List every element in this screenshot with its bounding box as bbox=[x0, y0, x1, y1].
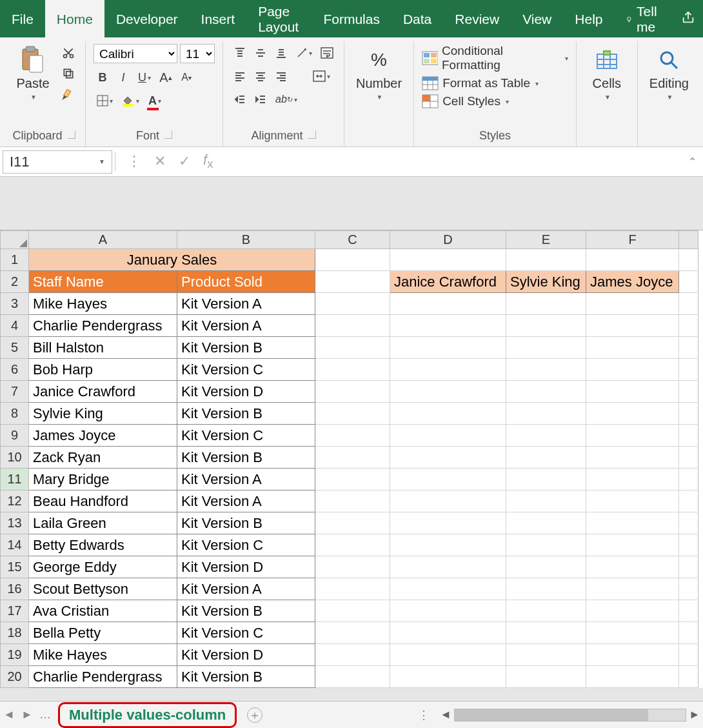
cell[interactable] bbox=[390, 534, 506, 556]
cell[interactable] bbox=[390, 622, 506, 644]
cell-product[interactable]: Kit Version A bbox=[177, 293, 315, 315]
cell-staff[interactable]: Mike Hayes bbox=[29, 293, 177, 315]
cell[interactable] bbox=[586, 556, 679, 578]
cell-product[interactable]: Kit Version C bbox=[177, 622, 315, 644]
cell[interactable] bbox=[586, 381, 679, 403]
cell[interactable] bbox=[390, 359, 506, 381]
row-header[interactable]: 7 bbox=[1, 381, 29, 403]
enter-icon[interactable]: ✓ bbox=[179, 153, 190, 170]
cell-staff[interactable]: Bella Petty bbox=[29, 622, 177, 644]
cell[interactable] bbox=[315, 381, 390, 403]
cell-staff[interactable]: Charlie Pendergrass bbox=[29, 666, 177, 688]
cell[interactable] bbox=[586, 622, 679, 644]
header-product[interactable]: Product Sold bbox=[177, 271, 315, 293]
dialog-launcher-icon[interactable] bbox=[164, 131, 172, 139]
format-as-table-button[interactable]: Format as Table▾ bbox=[422, 76, 568, 90]
cell-staff[interactable]: Bill Halston bbox=[29, 337, 177, 359]
cell[interactable] bbox=[390, 403, 506, 425]
editing-button[interactable]: Editing ▼ bbox=[646, 44, 693, 103]
cell[interactable] bbox=[679, 425, 698, 447]
row-header[interactable]: 13 bbox=[1, 512, 29, 534]
cell[interactable] bbox=[315, 425, 390, 447]
tell-me[interactable]: Tell me bbox=[614, 0, 673, 37]
font-size-select[interactable]: 11 bbox=[180, 44, 215, 63]
cell[interactable] bbox=[390, 600, 506, 622]
cell[interactable] bbox=[315, 556, 390, 578]
cell[interactable] bbox=[679, 337, 698, 359]
scroll-thumb[interactable] bbox=[455, 709, 648, 721]
tab-file[interactable]: File bbox=[0, 0, 45, 37]
tab-insert[interactable]: Insert bbox=[190, 0, 247, 37]
bold-button[interactable]: B bbox=[94, 68, 112, 86]
cell[interactable] bbox=[315, 512, 390, 534]
cell[interactable] bbox=[586, 249, 679, 271]
cell[interactable] bbox=[506, 578, 586, 600]
cell[interactable] bbox=[390, 293, 506, 315]
sheet-nav-more[interactable]: … bbox=[36, 708, 54, 722]
cut-button[interactable] bbox=[59, 44, 77, 62]
cell-staff[interactable]: Bob Harp bbox=[29, 359, 177, 381]
new-sheet-button[interactable]: ＋ bbox=[247, 707, 262, 723]
cell[interactable] bbox=[679, 666, 698, 688]
tab-home[interactable]: Home bbox=[45, 0, 104, 37]
scroll-right-icon[interactable]: ► bbox=[686, 707, 703, 723]
cell[interactable] bbox=[506, 469, 586, 490]
cell-staff[interactable]: Zack Ryan bbox=[29, 447, 177, 469]
cell[interactable] bbox=[315, 534, 390, 556]
cell-product[interactable]: Kit Version D bbox=[177, 644, 315, 666]
cell[interactable] bbox=[679, 249, 698, 271]
cell[interactable] bbox=[315, 359, 390, 381]
cell[interactable] bbox=[679, 622, 698, 644]
cell[interactable] bbox=[586, 425, 679, 447]
cell-staff[interactable]: Scout Bettyson bbox=[29, 578, 177, 600]
row-header[interactable]: 1 bbox=[1, 249, 29, 271]
cell[interactable] bbox=[506, 600, 586, 622]
cell[interactable] bbox=[679, 534, 698, 556]
cell-product[interactable]: Kit Version D bbox=[177, 556, 315, 578]
row-header[interactable]: 16 bbox=[1, 578, 29, 600]
row-header[interactable]: 6 bbox=[1, 359, 29, 381]
cell[interactable] bbox=[315, 337, 390, 359]
align-middle-button[interactable] bbox=[252, 44, 270, 62]
cell[interactable] bbox=[390, 381, 506, 403]
cell[interactable] bbox=[315, 293, 390, 315]
cell[interactable] bbox=[586, 447, 679, 469]
row-header[interactable]: 19 bbox=[1, 644, 29, 666]
font-name-select[interactable]: Calibri bbox=[94, 44, 177, 63]
cell[interactable] bbox=[586, 644, 679, 666]
cell[interactable] bbox=[586, 534, 679, 556]
cell[interactable] bbox=[506, 293, 586, 315]
cell[interactable] bbox=[506, 666, 586, 688]
cell-staff[interactable]: Laila Green bbox=[29, 512, 177, 534]
tab-page-layout[interactable]: Page Layout bbox=[246, 0, 312, 37]
dots-icon[interactable]: ⋮ bbox=[127, 153, 141, 170]
cell[interactable] bbox=[315, 249, 390, 271]
cell-staff[interactable]: Mary Bridge bbox=[29, 469, 177, 490]
cell[interactable] bbox=[586, 469, 679, 490]
cell[interactable] bbox=[390, 469, 506, 490]
cell-staff[interactable]: Sylvie King bbox=[29, 403, 177, 425]
row-header[interactable]: 8 bbox=[1, 403, 29, 425]
row-header[interactable]: 11 bbox=[1, 469, 29, 490]
increase-font-button[interactable]: A▴ bbox=[157, 68, 175, 86]
cell[interactable] bbox=[506, 337, 586, 359]
cell-product[interactable]: Kit Version D bbox=[177, 381, 315, 403]
cell[interactable] bbox=[390, 425, 506, 447]
row-header[interactable]: 9 bbox=[1, 425, 29, 447]
tab-view[interactable]: View bbox=[511, 0, 563, 37]
cell[interactable] bbox=[679, 359, 698, 381]
header-staff[interactable]: Staff Name bbox=[29, 271, 177, 293]
scroll-track[interactable] bbox=[454, 709, 686, 722]
expand-formula-icon[interactable]: ⌃ bbox=[682, 156, 703, 168]
row-header[interactable]: 10 bbox=[1, 447, 29, 469]
cell-product[interactable]: Kit Version B bbox=[177, 337, 315, 359]
formula-input[interactable] bbox=[224, 152, 682, 172]
cell[interactable] bbox=[315, 666, 390, 688]
dialog-launcher-icon[interactable] bbox=[68, 131, 75, 139]
cell[interactable] bbox=[679, 381, 698, 403]
cell-product[interactable]: Kit Version B bbox=[177, 403, 315, 425]
cell[interactable] bbox=[390, 666, 506, 688]
cell[interactable] bbox=[586, 512, 679, 534]
tab-data[interactable]: Data bbox=[391, 0, 443, 37]
cell[interactable] bbox=[315, 447, 390, 469]
